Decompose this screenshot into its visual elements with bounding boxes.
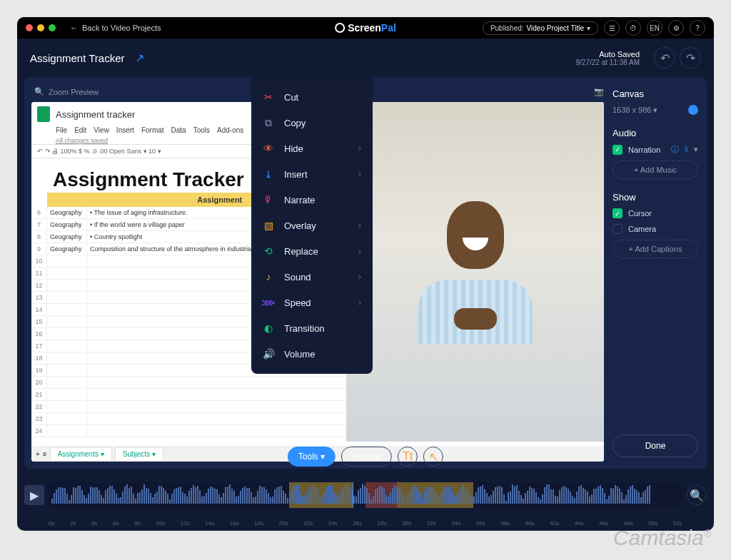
audio-section: Audio (612, 128, 698, 138)
close-window[interactable] (26, 24, 33, 31)
watermark: Camtasia® (613, 526, 711, 550)
zoom-icon: 🔍 (34, 87, 44, 96)
timeline-track[interactable] (49, 482, 682, 508)
hide-icon: 👁 (263, 143, 274, 154)
ctx-item-speed[interactable]: ⋙Speed› (251, 290, 373, 315)
settings-icon[interactable]: ⚙ (668, 20, 684, 36)
add-captions-button[interactable]: + Add Captions (612, 240, 698, 258)
canvas-dims[interactable]: 1638 x 986 ▾ (612, 105, 698, 115)
sheets-icon (37, 106, 50, 122)
properties-panel: Canvas 1638 x 986 ▾ Audio ✓Narration ⓘ ⫴… (611, 84, 700, 462)
person-image (429, 201, 522, 315)
timeline-search-icon[interactable]: 🔍 (687, 485, 707, 505)
text-tool-icon[interactable]: Tt (398, 447, 418, 467)
ctx-item-sound[interactable]: ♪Sound› (251, 264, 373, 290)
replace-icon: ⟲ (263, 245, 274, 257)
ctx-item-insert[interactable]: ⤓Insert› (251, 161, 373, 187)
done-button[interactable]: Done (612, 434, 698, 457)
timeline: ▶ 🔍 (17, 469, 714, 519)
brand-logo-icon (335, 23, 345, 33)
chevron-right-icon: › (358, 297, 361, 307)
list-icon[interactable]: ☰ (604, 20, 620, 36)
camera-toggle[interactable]: Camera (612, 224, 698, 234)
narrate-icon: 🎙 (263, 194, 274, 205)
bars-icon[interactable]: ⫴ (685, 145, 688, 154)
back-arrow-icon: ← (70, 24, 78, 32)
titlebar-right: Published: Video Project Title ▾ ☰ ⏱ EN … (483, 20, 705, 36)
add-arrow-button[interactable]: + Arrow (341, 447, 392, 467)
autosave-status: Auto Saved 9/27/22 at 11:38 AM (575, 50, 640, 66)
playhead[interactable] (353, 482, 353, 508)
speed-icon: ⋙ (263, 297, 274, 308)
ctx-item-volume[interactable]: 🔊Volume (251, 341, 373, 367)
ctx-item-copy[interactable]: ⧉Copy (251, 110, 373, 136)
sheet-tab[interactable]: Assignments ▾ (50, 447, 112, 460)
chevron-right-icon: › (358, 143, 361, 153)
color-swatch[interactable] (688, 105, 698, 115)
cursor-tool-icon[interactable]: ↖ (423, 447, 443, 467)
project-header: Assignment Tracker ↗ Auto Saved 9/27/22 … (17, 39, 714, 77)
transition-icon: ◐ (263, 322, 274, 334)
webcam-overlay[interactable] (346, 102, 604, 442)
play-button[interactable]: ▶ (24, 485, 44, 505)
context-menu: ✂Cut⧉Copy👁Hide›⤓Insert›🎙Narrate▧Overlay›… (251, 77, 373, 374)
ctx-item-narrate[interactable]: 🎙Narrate (251, 187, 373, 213)
timeline-ticks: 0s2s4s6s8s10s12s14s16s18s20s22s24s26s28s… (17, 519, 714, 531)
help-icon[interactable]: ? (690, 20, 705, 36)
ctx-item-hide[interactable]: 👁Hide› (251, 136, 373, 161)
publish-status[interactable]: Published: Video Project Title ▾ (483, 21, 598, 35)
app-window: ← Back to Video Projects ScreenPal Publi… (17, 17, 714, 531)
narration-toggle[interactable]: ✓Narration ⓘ ⫴ ▾ (612, 144, 698, 155)
minimize-window[interactable] (37, 24, 44, 31)
overlay-icon: ▧ (263, 220, 274, 231)
chevron-right-icon: › (358, 246, 361, 256)
chevron-right-icon: › (358, 169, 361, 179)
titlebar: ← Back to Video Projects ScreenPal Publi… (17, 17, 714, 39)
show-section: Show (612, 192, 698, 203)
clock-icon[interactable]: ⏱ (625, 20, 641, 36)
redo-button[interactable]: ↷ (680, 47, 701, 68)
ctx-item-cut[interactable]: ✂Cut (251, 84, 373, 110)
ctx-item-overlay[interactable]: ▧Overlay› (251, 213, 373, 238)
canvas-section: Canvas (612, 88, 698, 99)
chevron-right-icon: › (358, 220, 361, 230)
main-area: 🔍 Zoom Preview 📷 Assignment tracker File… (24, 77, 707, 469)
ctx-item-replace[interactable]: ⟲Replace› (251, 238, 373, 264)
sheet-tab[interactable]: Subjects ▾ (115, 447, 163, 460)
open-external-icon[interactable]: ↗ (135, 51, 144, 65)
volume-icon: 🔊 (263, 348, 274, 360)
maximize-window[interactable] (49, 24, 56, 31)
undo-button[interactable]: ↶ (654, 47, 675, 68)
insert-icon: ⤓ (263, 168, 274, 180)
tools-bar: Tools ▾ + Arrow Tt ↖ (288, 447, 443, 467)
ctx-item-transition[interactable]: ◐Transition (251, 315, 373, 341)
add-music-button[interactable]: + Add Music (612, 161, 698, 179)
back-to-projects[interactable]: ← Back to Video Projects (70, 24, 161, 32)
chevron-down-icon: ▾ (587, 24, 590, 32)
cursor-toggle[interactable]: ✓Cursor (612, 208, 698, 218)
chevron-right-icon: › (358, 272, 361, 282)
sheet-title: Assignment tracker (56, 109, 135, 120)
back-label: Back to Video Projects (82, 24, 161, 32)
tools-button[interactable]: Tools ▾ (288, 447, 336, 467)
language-button[interactable]: EN (647, 20, 662, 36)
copy-icon: ⧉ (263, 117, 274, 128)
cut-icon: ✂ (263, 91, 274, 103)
sound-icon: ♪ (263, 271, 274, 282)
project-title: Assignment Tracker (30, 52, 125, 64)
camera-icon[interactable]: 📷 (594, 87, 604, 96)
brand: ScreenPal (335, 22, 396, 34)
